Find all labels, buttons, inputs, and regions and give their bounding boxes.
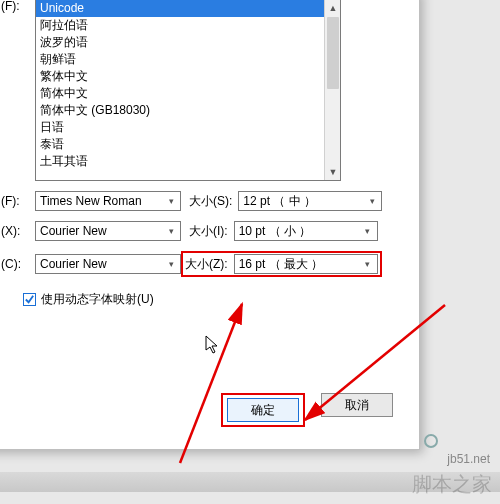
annotation-highlight-ok: 确定 — [221, 393, 305, 427]
list-item[interactable]: 简体中文 — [36, 85, 340, 102]
size-label: 大小(Z): — [185, 256, 228, 273]
language-listbox[interactable]: Unicode 阿拉伯语 波罗的语 朝鲜语 繁体中文 简体中文 简体中文 (GB… — [35, 0, 341, 181]
size-label: 大小(S): — [189, 193, 232, 210]
list-item[interactable]: 繁体中文 — [36, 68, 340, 85]
list-item[interactable]: 泰语 — [36, 136, 340, 153]
combo-value: Courier New — [40, 257, 107, 271]
check-icon — [24, 294, 35, 305]
combo-value: 12 pt （ 中 ） — [243, 193, 316, 210]
chevron-down-icon: ▾ — [361, 224, 375, 238]
chevron-down-icon: ▾ — [164, 257, 178, 271]
annotation-highlight-size-z: 大小(Z): 16 pt （ 最大 ） ▾ — [181, 251, 382, 277]
size-select-s[interactable]: 12 pt （ 中 ） ▾ — [238, 191, 382, 211]
combo-value: 10 pt （ 小 ） — [239, 223, 312, 240]
list-item[interactable]: 日语 — [36, 119, 340, 136]
language-list-label: (F): — [1, 0, 35, 13]
size-select-i[interactable]: 10 pt （ 小 ） ▾ — [234, 221, 378, 241]
font-select-c[interactable]: Courier New ▾ — [35, 254, 181, 274]
combo-value: 16 pt （ 最大 ） — [239, 256, 324, 273]
listbox-scrollbar[interactable]: ▲ ▼ — [324, 0, 340, 180]
size-select-z[interactable]: 16 pt （ 最大 ） ▾ — [234, 254, 378, 274]
font-settings-dialog: (F): Unicode 阿拉伯语 波罗的语 朝鲜语 繁体中文 简体中文 简体中… — [0, 0, 420, 450]
watermark-url: jb51.net — [447, 452, 490, 466]
list-item[interactable]: 简体中文 (GB18030) — [36, 102, 340, 119]
chevron-down-icon: ▾ — [164, 224, 178, 238]
font-row-label: (F): — [1, 194, 35, 208]
dynamic-font-mapping-label: 使用动态字体映射(U) — [41, 291, 154, 308]
list-item[interactable]: 朝鲜语 — [36, 51, 340, 68]
cancel-button[interactable]: 取消 — [321, 393, 393, 417]
scroll-up-icon[interactable]: ▲ — [325, 0, 341, 16]
font-select-f[interactable]: Times New Roman ▾ — [35, 191, 181, 211]
watermark-logo-icon — [424, 434, 438, 448]
chevron-down-icon: ▾ — [164, 194, 178, 208]
font-select-x[interactable]: Courier New ▾ — [35, 221, 181, 241]
list-item[interactable]: 土耳其语 — [36, 153, 340, 170]
list-item[interactable]: 波罗的语 — [36, 34, 340, 51]
dynamic-font-mapping-checkbox[interactable] — [23, 293, 36, 306]
font-row-label: (C): — [1, 257, 35, 271]
ok-button[interactable]: 确定 — [227, 398, 299, 422]
watermark-text: 脚本之家 — [412, 471, 492, 498]
font-row-label: (X): — [1, 224, 35, 238]
chevron-down-icon: ▾ — [361, 257, 375, 271]
scroll-thumb[interactable] — [327, 17, 339, 89]
scroll-down-icon[interactable]: ▼ — [325, 164, 341, 180]
list-item[interactable]: 阿拉伯语 — [36, 17, 340, 34]
combo-value: Times New Roman — [40, 194, 142, 208]
list-item[interactable]: Unicode — [36, 0, 340, 17]
chevron-down-icon: ▾ — [365, 194, 379, 208]
combo-value: Courier New — [40, 224, 107, 238]
size-label: 大小(I): — [189, 223, 228, 240]
